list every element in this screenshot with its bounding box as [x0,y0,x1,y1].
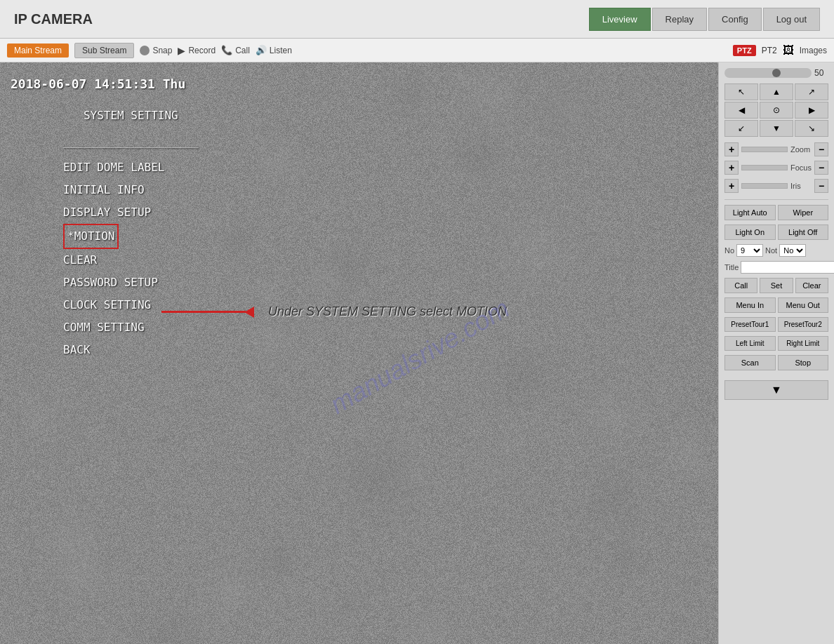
light-auto-button[interactable]: Light Auto [724,205,776,220]
speed-slider[interactable] [724,68,812,78]
speed-slider-row: 50 [724,68,828,78]
liveview-button[interactable]: Liveview [589,8,651,31]
dir-down[interactable]: ▼ [760,120,793,137]
zoom-label: Zoom [790,145,812,154]
ptz-badge: PTZ [733,45,756,56]
ptz2-label: PT2 [762,46,777,55]
clear-button[interactable]: Clear [795,278,828,293]
record-icon: ▶ [178,45,185,56]
light-on-off-row: Light On Light Off [724,224,828,240]
title-label: Title [724,263,739,271]
call-set-clear-row: Call Set Clear [724,278,828,293]
iris-bar [741,183,788,189]
menu-item-clear: CLEAR [63,249,199,271]
stream-bar-right: PTZ PT2 🖼 Images [733,44,827,57]
record-action[interactable]: ▶ Record [178,45,216,56]
scan-button[interactable]: Scan [724,355,776,370]
sub-stream-button[interactable]: Sub Stream [74,43,134,58]
menu-item-password: PASSWORD SETUP [63,271,199,294]
dir-up-left[interactable]: ↖ [724,83,758,100]
preset-tour-row: PresetTour1 PresetTour2 [724,317,828,332]
camera-feed: 2018-06-07 14:51:31 Thu SYSTEM SETTING _… [0,62,718,644]
title-input[interactable] [741,261,834,274]
preset-tour2-button[interactable]: PresetTour2 [778,317,829,332]
focus-bar [741,165,788,170]
stream-bar: Main Stream Sub Stream Snap ▶ Record 📞 C… [0,39,834,62]
arrow-line [161,311,246,313]
annotation-arrow [161,307,254,318]
menu-out-button[interactable]: Menu Out [778,297,829,313]
call-action[interactable]: 📞 Call [221,45,250,55]
preset-tour1-button[interactable]: PresetTour1 [724,317,776,332]
snap-label: Snap [152,46,172,55]
left-limit-button[interactable]: Left Limit [724,336,776,351]
motion-highlight: *MOTION [63,224,119,249]
speed-slider-thumb [772,69,781,77]
main-stream-button[interactable]: Main Stream [7,43,69,58]
top-nav: Liveview Replay Config Log out [589,8,820,31]
iris-row: + Iris − [724,179,828,193]
scroll-down-button[interactable]: ▼ [724,380,828,400]
menu-item-initial-info: INITIAL INFO [63,179,199,201]
zoom-minus[interactable]: − [814,142,828,156]
call-button[interactable]: Call [724,278,757,293]
listen-label: Listen [270,46,292,55]
stop-button[interactable]: Stop [778,355,829,370]
logout-button[interactable]: Log out [763,8,820,31]
menu-in-button[interactable]: Menu In [724,297,776,313]
right-limit-button[interactable]: Right Limit [778,336,829,351]
iris-minus[interactable]: − [814,179,828,193]
menu-in-out-row: Menu In Menu Out [724,297,828,313]
dir-up[interactable]: ▲ [760,83,793,100]
menu-item-comm: COMM SETTING [63,316,199,339]
title-row: Title [724,261,828,274]
focus-label: Focus [790,163,812,172]
no-select[interactable]: 9 123 [736,244,763,257]
config-button[interactable]: Config [708,8,762,31]
not-select[interactable]: Not 123 [779,244,806,257]
light-on-button[interactable]: Light On [724,224,776,240]
wiper-button[interactable]: Wiper [778,205,829,220]
dir-up-right[interactable]: ↗ [795,83,828,100]
no-label: No [724,246,734,255]
iris-plus[interactable]: + [724,179,739,193]
right-panel: 50 ↖ ▲ ↗ ◀ ⊙ ▶ ↙ ▼ ↘ + Zoom − + Focus − [718,62,834,644]
zoom-row: + Zoom − [724,142,828,156]
focus-plus[interactable]: + [724,161,739,175]
scroll-down-icon: ▼ [771,384,782,396]
preset-no-row: No 9 123 Not Not 123 [724,244,828,257]
menu-title: SYSTEM SETTING [63,105,199,127]
annotation-group: Under SYSTEM SETTING select MOTION [161,304,507,319]
listen-icon: 🔊 [256,45,267,55]
record-label: Record [188,46,216,55]
not-label: Not [765,246,777,255]
focus-minus[interactable]: − [814,161,828,175]
set-button[interactable]: Set [760,278,793,293]
menu-item-back: BACK [63,339,199,361]
dir-right[interactable]: ▶ [795,102,828,119]
direction-pad: ↖ ▲ ↗ ◀ ⊙ ▶ ↙ ▼ ↘ [724,83,828,137]
snap-action[interactable]: Snap [140,46,172,55]
menu-overlay: SYSTEM SETTING ____________________ EDIT… [63,105,199,361]
zoom-bar [741,147,788,152]
app-logo: IP CAMERA [14,11,589,27]
listen-action[interactable]: 🔊 Listen [256,45,292,55]
timestamp: 2018-06-07 14:51:31 Thu [11,76,185,91]
menu-divider: ____________________ [63,130,199,153]
snap-icon [140,46,150,55]
light-off-button[interactable]: Light Off [778,224,829,240]
arrow-head [244,307,254,318]
call-icon: 📞 [221,45,232,55]
dir-down-left[interactable]: ↙ [724,120,758,137]
images-icon: 🖼 [783,44,794,57]
replay-button[interactable]: Replay [652,8,707,31]
light-wiper-row: Light Auto Wiper [724,205,828,220]
images-button[interactable]: Images [800,46,827,55]
camera-overlay: 2018-06-07 14:51:31 Thu SYSTEM SETTING _… [0,62,718,644]
dir-down-right[interactable]: ↘ [795,120,828,137]
dir-center[interactable]: ⊙ [760,102,793,119]
menu-item-motion: *MOTION [63,224,199,249]
focus-row: + Focus − [724,161,828,175]
dir-left[interactable]: ◀ [724,102,758,119]
zoom-plus[interactable]: + [724,142,739,156]
